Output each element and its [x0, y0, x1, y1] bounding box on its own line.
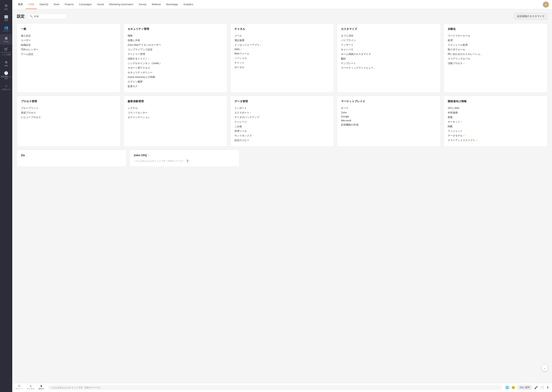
sidebar-item-favorites[interactable]: ☆ お気に入り	[0, 82, 12, 92]
card-link-data-2[interactable]: データのバックアップ	[234, 115, 330, 120]
card-link-marketplace-1[interactable]: Zoho	[341, 111, 437, 114]
card-link-automation-4[interactable]: 問い合わせのエスカレーショ...	[448, 52, 543, 56]
card-link-automation-2[interactable]: スケジュール処理	[448, 43, 543, 47]
card-link-developer-0[interactable]: APIとSDK	[448, 106, 543, 111]
nav-tab-projects[interactable]: Projects	[62, 0, 76, 9]
card-link-automation-6[interactable]: 活動プロセス✦	[448, 61, 543, 66]
nav-tab-salesiq[interactable]: SalesIQ	[37, 0, 51, 9]
card-link-general-2[interactable]: 組織設定	[21, 43, 116, 47]
doc-icon[interactable]: 📄	[540, 386, 544, 389]
card-link-data-7[interactable]: 設定のコピー	[234, 138, 330, 143]
card-link-developer-7[interactable]: クライアントスクリプト✦	[448, 138, 543, 143]
card-link-automation-1[interactable]: 処理	[448, 38, 543, 43]
card-link-customize-7[interactable]: マーケティングアトリビュー...	[341, 66, 437, 70]
mic-icon[interactable]: 🎤	[534, 386, 538, 389]
card-link-security-11[interactable]: 監査ログ	[128, 84, 223, 89]
card-link-automation-5[interactable]: スコアリングルール	[448, 56, 543, 61]
sidebar-item-settings[interactable]: ⚙ 設定	[0, 2, 12, 12]
card-link-data-0[interactable]: インポート	[234, 106, 330, 111]
customize-button[interactable]: 設定画面のカスタマイズ	[514, 13, 547, 20]
card-link-channel-7[interactable]: ポータル	[234, 65, 330, 70]
sidebar-item-users[interactable]: 👥 ユーザー	[0, 24, 12, 34]
sidebar-item-apps[interactable]: ⊞ アプリ	[0, 34, 12, 45]
card-link-customize-1[interactable]: パイプライン	[341, 38, 437, 43]
card-link-security-9[interactable]: Active Directoryとの同期	[128, 75, 223, 79]
card-link-marketplace-2[interactable]: Google	[341, 114, 437, 119]
card-link-channel-5[interactable]: ソーシャル	[234, 56, 330, 61]
chat-input[interactable]	[48, 385, 501, 390]
card-link-general-1[interactable]: ユーザー	[21, 38, 116, 43]
card-link-security-0[interactable]: 権限	[128, 34, 223, 38]
card-link-developer-2[interactable]: 変数	[448, 115, 543, 120]
nav-tab-desk[interactable]: Desk	[51, 0, 62, 9]
bottom-bar-contacts[interactable]: 👤 連絡先	[38, 385, 44, 390]
card-link-channel-1[interactable]: 電話連携	[234, 38, 330, 43]
upload-icon[interactable]: ⬆	[546, 386, 549, 389]
zia-button[interactable]: Ziaに質問	[517, 385, 532, 390]
card-link-process-1[interactable]: 承認プロセス	[21, 111, 116, 115]
card-link-cx-0[interactable]: シグナル	[128, 106, 223, 111]
card-link-general-4[interactable]: ゲーム設定	[21, 52, 116, 56]
sidebar-item-recent[interactable]: 🕐 最近使用した項目	[0, 69, 12, 82]
bottom-bar-chat[interactable]: 💬 チャット	[15, 385, 23, 390]
nav-tab-backstage[interactable]: Backstage	[164, 0, 181, 9]
card-link-security-3[interactable]: コンプライアンス設定	[128, 47, 223, 52]
card-link-data-4[interactable]: ごみ箱	[234, 124, 330, 129]
cpq-help-icon[interactable]: ❓	[186, 160, 189, 163]
card-link-general-3[interactable]: 予約カレンダー	[21, 47, 116, 52]
card-link-customize-6[interactable]: テンプレート	[341, 61, 437, 66]
nav-tab-webinar[interactable]: Webinar	[149, 0, 164, 9]
sidebar-item-subscription[interactable]: 🛒 サブスクリプション管理	[0, 45, 12, 58]
sidebar-item-routes[interactable]: ⊕ 経路	[0, 58, 12, 69]
nav-tab-social[interactable]: Social	[94, 0, 106, 9]
sidebar-item-org[interactable]: 🏢 組織	[0, 13, 12, 23]
nav-tab-survey[interactable]: Survey	[136, 0, 149, 9]
card-link-marketplace-0[interactable]: すべて	[341, 106, 437, 111]
card-link-security-10[interactable]: ログイン履歴	[128, 79, 223, 84]
card-link-process-0[interactable]: ブループリント	[21, 106, 116, 111]
card-link-automation-0[interactable]: ワークフロールール	[448, 34, 543, 38]
card-link-data-3[interactable]: ストレージ	[234, 120, 330, 124]
bottom-bar-channel[interactable]: 📡 チャネル	[27, 385, 35, 390]
nav-tab-gaiyou[interactable]: 概要	[15, 0, 26, 9]
card-link-channel-3[interactable]: SMS✦	[234, 47, 330, 51]
card-link-process-2[interactable]: レビュープロセス	[21, 115, 116, 120]
card-link-customize-3[interactable]: キャンバス	[341, 47, 437, 52]
globe-icon[interactable]: 🌐	[505, 386, 509, 389]
card-link-customize-0[interactable]: タブと項目	[341, 34, 437, 38]
card-link-channel-4[interactable]: Webフォーム	[234, 51, 330, 56]
nav-tab-crm[interactable]: CRM	[26, 0, 37, 9]
card-link-developer-4[interactable]: 関数	[448, 124, 543, 129]
card-link-developer-3[interactable]: サーキット✦	[448, 120, 543, 124]
card-link-customize-2[interactable]: ウィザード	[341, 43, 437, 47]
card-link-channel-6[interactable]: チャット	[234, 61, 330, 65]
card-link-security-2[interactable]: Zoho Mailアドオンのユーザー	[128, 43, 223, 47]
card-link-security-6[interactable]: シングルサインオン（SAML）	[128, 61, 223, 66]
nav-tab-analytics[interactable]: Analytics	[181, 0, 196, 9]
scroll-down-button[interactable]: ⌄	[541, 364, 548, 371]
card-link-security-7[interactable]: サポート用アクセス	[128, 66, 223, 70]
card-link-cx-2[interactable]: セグメンテーション	[128, 115, 223, 120]
avatar[interactable]: A	[543, 1, 549, 8]
card-link-automation-3[interactable]: 割り当てルール	[448, 47, 543, 52]
card-link-security-8[interactable]: セキュリティポリシー	[128, 70, 223, 75]
card-link-developer-1[interactable]: 外部連携	[448, 111, 543, 115]
card-link-customize-4[interactable]: ホーム画面のカスタマイズ	[341, 52, 437, 56]
card-link-developer-6[interactable]: データモデル✦	[448, 133, 543, 138]
card-link-security-1[interactable]: 役職と共有	[128, 38, 223, 43]
card-link-data-5[interactable]: 管理ツール	[234, 129, 330, 133]
nav-tab-campaigns[interactable]: Campaigns	[76, 0, 94, 9]
card-link-developer-5[interactable]: ウィジェット	[448, 129, 543, 133]
card-link-marketplace-4[interactable]: 拡張機能の作成	[341, 123, 437, 127]
card-link-customize-5[interactable]: 翻訳	[341, 56, 437, 61]
card-link-channel-2[interactable]: メッセンジャーアプリ✦	[234, 43, 330, 47]
nav-tab-marketing[interactable]: Marketing Automation	[107, 0, 136, 9]
emoji-icon[interactable]: 😊	[511, 386, 515, 389]
card-link-security-5[interactable]: 信頼するドメイン✦	[128, 56, 223, 61]
card-link-data-6[interactable]: サンドボックス	[234, 133, 330, 138]
card-link-general-0[interactable]: 個人設定	[21, 34, 116, 38]
search-input[interactable]	[34, 15, 65, 18]
card-link-data-1[interactable]: エクスポート✦	[234, 111, 330, 115]
card-link-channel-0[interactable]: メール	[234, 34, 330, 38]
card-link-security-4[interactable]: テリトリー管理	[128, 52, 223, 56]
